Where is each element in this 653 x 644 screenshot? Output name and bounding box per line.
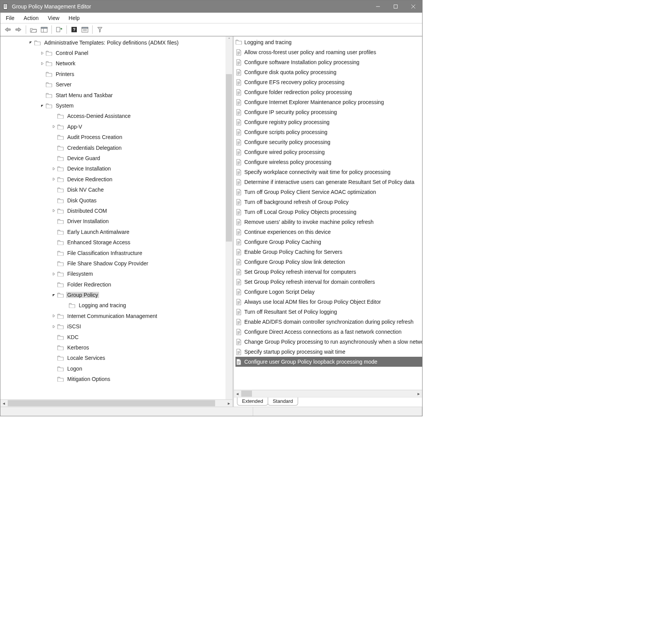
- list-item[interactable]: Continue experiences on this device: [235, 227, 422, 237]
- tree-item[interactable]: Folder Redirection: [0, 279, 232, 290]
- filter-button[interactable]: [95, 25, 105, 35]
- expander-icon[interactable]: [51, 292, 56, 298]
- list-horizontal-scrollbar[interactable]: ◄ ►: [234, 390, 422, 397]
- expander-icon[interactable]: [40, 50, 45, 56]
- tree-item[interactable]: Device Installation: [0, 164, 232, 174]
- list-item[interactable]: Configure folder redirection policy proc…: [235, 87, 422, 97]
- list-item[interactable]: Enable Group Policy Caching for Servers: [235, 247, 422, 257]
- tree-item-admin-templates[interactable]: Administrative Templates: Policy definit…: [0, 37, 232, 48]
- export-list-button[interactable]: [54, 25, 64, 35]
- list-item[interactable]: Configure security policy processing: [235, 137, 422, 147]
- list-item[interactable]: Configure wireless policy processing: [235, 157, 422, 167]
- list-item[interactable]: Configure registry policy processing: [235, 117, 422, 127]
- tree-item[interactable]: Early Launch Antimalware: [0, 227, 232, 237]
- tree-vertical-scrollbar[interactable]: [225, 36, 232, 399]
- tree-item[interactable]: Disk Quotas: [0, 195, 232, 205]
- expander-icon[interactable]: [40, 82, 45, 87]
- scroll-left-icon[interactable]: ◄: [234, 390, 241, 397]
- tab-standard[interactable]: Standard: [268, 397, 298, 406]
- tree-item[interactable]: Audit Process Creation: [0, 132, 232, 142]
- scroll-right-icon[interactable]: ►: [415, 390, 422, 397]
- expander-icon[interactable]: [51, 250, 56, 256]
- list-item[interactable]: Logging and tracing: [235, 37, 422, 47]
- menu-file[interactable]: File: [1, 14, 19, 22]
- list-item[interactable]: Determine if interactive users can gener…: [235, 177, 422, 187]
- expander-icon[interactable]: [28, 40, 33, 45]
- expander-icon[interactable]: [51, 324, 56, 329]
- scroll-right-icon[interactable]: ►: [225, 400, 232, 407]
- tree-item[interactable]: Server: [0, 79, 232, 90]
- list-item[interactable]: Configure scripts policy processing: [235, 127, 422, 137]
- tree-item[interactable]: System: [0, 100, 232, 111]
- menu-help[interactable]: Help: [64, 14, 85, 22]
- tree-item[interactable]: Disk NV Cache: [0, 184, 232, 195]
- tree-item[interactable]: File Share Shadow Copy Provider: [0, 258, 232, 268]
- maximize-button[interactable]: [387, 0, 404, 13]
- tree-item[interactable]: Start Menu and Taskbar: [0, 90, 232, 100]
- tree-item[interactable]: Locale Services: [0, 353, 232, 363]
- tree-item[interactable]: iSCSI: [0, 321, 232, 332]
- forward-button[interactable]: [13, 25, 23, 35]
- tree-item[interactable]: Driver Installation: [0, 216, 232, 227]
- expander-icon[interactable]: [63, 303, 68, 308]
- tree-item[interactable]: Kerberos: [0, 342, 232, 353]
- list-item[interactable]: Turn off Local Group Policy Objects proc…: [235, 207, 422, 217]
- tab-extended[interactable]: Extended: [237, 397, 268, 406]
- list-item[interactable]: Configure Internet Explorer Maintenance …: [235, 97, 422, 107]
- list-item[interactable]: Always use local ADM files for Group Pol…: [235, 297, 422, 307]
- tree-item[interactable]: File Classification Infrastructure: [0, 248, 232, 258]
- tree-item[interactable]: Control Panel: [0, 48, 232, 58]
- tree-horizontal-scrollbar[interactable]: ◄ ►: [0, 399, 232, 407]
- list-item[interactable]: Remove users' ability to invoke machine …: [235, 217, 422, 227]
- tree-item[interactable]: Distributed COM: [0, 205, 232, 216]
- expander-icon[interactable]: [51, 208, 56, 214]
- tree-item[interactable]: Logon: [0, 363, 232, 374]
- list-item[interactable]: Configure wired policy processing: [235, 147, 422, 157]
- tree-item[interactable]: Network: [0, 58, 232, 69]
- tree-item[interactable]: Enhanced Storage Access: [0, 237, 232, 247]
- properties-button[interactable]: [80, 25, 90, 35]
- tree-item[interactable]: Mitigation Options: [0, 374, 232, 384]
- menu-action[interactable]: Action: [19, 14, 43, 22]
- list-item[interactable]: Configure Group Policy Caching: [235, 237, 422, 247]
- list-item[interactable]: Configure Direct Access connections as a…: [235, 327, 422, 337]
- list-item[interactable]: Turn off background refresh of Group Pol…: [235, 197, 422, 207]
- policy-list[interactable]: Logging and tracingAllow cross-forest us…: [234, 36, 422, 390]
- expander-icon[interactable]: [51, 198, 56, 203]
- tree-item[interactable]: Device Redirection: [0, 174, 232, 184]
- expander-icon[interactable]: [51, 313, 56, 319]
- tree-item[interactable]: Device Guard: [0, 153, 232, 163]
- tree-item[interactable]: Printers: [0, 69, 232, 79]
- expander-icon[interactable]: [51, 334, 56, 340]
- expander-icon[interactable]: [51, 187, 56, 192]
- tree-view[interactable]: ˄ Administrative Templates: Policy defin…: [0, 36, 232, 399]
- list-item[interactable]: Configure IP security policy processing: [235, 107, 422, 117]
- expander-icon[interactable]: [51, 145, 56, 151]
- expander-icon[interactable]: [51, 134, 56, 140]
- list-item[interactable]: Configure Group Policy slow link detecti…: [235, 257, 422, 267]
- list-item[interactable]: Specify workplace connectivity wait time…: [235, 167, 422, 177]
- tree-item[interactable]: App-V: [0, 121, 232, 132]
- scroll-left-icon[interactable]: ◄: [0, 400, 7, 407]
- expander-icon[interactable]: [40, 103, 45, 108]
- list-item[interactable]: Change Group Policy processing to run as…: [235, 337, 422, 347]
- expander-icon[interactable]: [51, 366, 56, 371]
- list-item[interactable]: Configure Logon Script Delay: [235, 287, 422, 297]
- expander-icon[interactable]: [51, 166, 56, 171]
- tree-item[interactable]: Credentials Delegation: [0, 142, 232, 153]
- list-item[interactable]: Set Group Policy refresh interval for do…: [235, 277, 422, 287]
- expander-icon[interactable]: [51, 376, 56, 382]
- tree-scroll-up-icon[interactable]: ˄: [226, 37, 232, 43]
- list-item[interactable]: Configure software Installation policy p…: [235, 57, 422, 67]
- expander-icon[interactable]: [51, 177, 56, 182]
- tree-item[interactable]: Logging and tracing: [0, 300, 232, 311]
- list-item[interactable]: Specify startup policy processing wait t…: [235, 347, 422, 357]
- open-folder-button[interactable]: [28, 25, 38, 35]
- help-button[interactable]: ?: [69, 25, 79, 35]
- tree-item[interactable]: KDC: [0, 332, 232, 342]
- tree-item[interactable]: Group Policy: [0, 290, 232, 300]
- minimize-button[interactable]: [369, 0, 387, 13]
- expander-icon[interactable]: [51, 156, 56, 161]
- expander-icon[interactable]: [51, 282, 56, 287]
- list-item[interactable]: Enable AD/DFS domain controller synchron…: [235, 317, 422, 327]
